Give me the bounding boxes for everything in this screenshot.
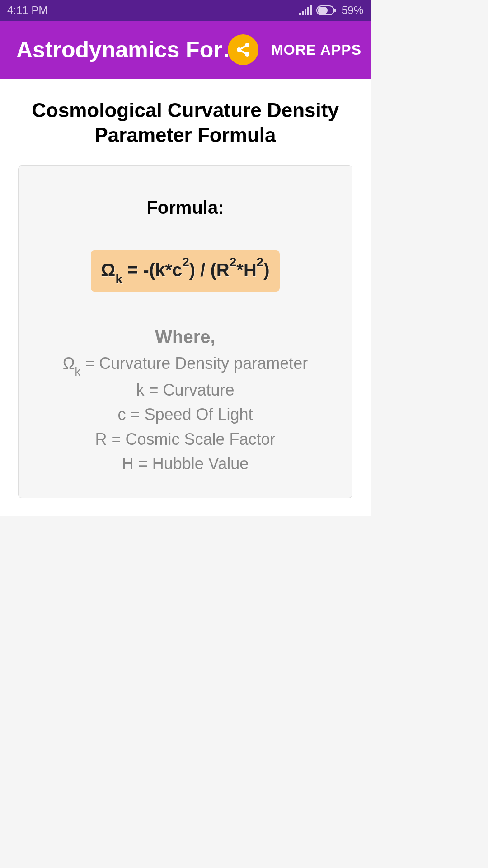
page-header: Cosmological Curvature Density Parameter… bbox=[0, 79, 371, 165]
def-H: H = Hubble Value bbox=[31, 453, 339, 475]
app-bar: Astrodynamics For… MORE APPS bbox=[0, 21, 371, 79]
formula-omega-sub: k bbox=[115, 272, 122, 286]
svg-line-11 bbox=[239, 45, 247, 50]
formula-expression: Ωk = -(k*c2) / (R2*H2) bbox=[91, 250, 279, 292]
share-button[interactable] bbox=[228, 34, 258, 65]
page-title: Cosmological Curvature Density Parameter… bbox=[18, 98, 352, 147]
def-c: c = Speed Of Light bbox=[31, 404, 339, 426]
svg-line-12 bbox=[239, 50, 247, 54]
formula-part2: ) / (R bbox=[189, 260, 230, 280]
formula-sup2: 2 bbox=[230, 255, 237, 269]
formula-card: Formula: Ωk = -(k*c2) / (R2*H2) Where, Ω… bbox=[18, 165, 352, 498]
status-right: 59% bbox=[299, 4, 363, 17]
more-apps-button[interactable]: MORE APPS bbox=[271, 42, 361, 58]
svg-rect-0 bbox=[299, 13, 301, 15]
def-omega-k: Ωk = Curvature Density parameter bbox=[31, 353, 339, 376]
svg-rect-3 bbox=[307, 7, 309, 15]
app-frame: 4:11 PM 59% Astrodyna bbox=[0, 0, 371, 658]
battery-icon bbox=[316, 5, 337, 15]
def-omega-sym: Ω bbox=[63, 354, 75, 373]
def-k: k = Curvature bbox=[31, 379, 339, 401]
formula-part4: ) bbox=[263, 260, 269, 280]
formula-omega: Ω bbox=[101, 260, 115, 280]
share-icon bbox=[235, 42, 251, 58]
svg-rect-7 bbox=[334, 9, 336, 12]
def-omega-sub: k bbox=[75, 365, 81, 378]
svg-rect-2 bbox=[305, 9, 306, 15]
formula-label: Formula: bbox=[31, 198, 339, 218]
formula-sup1: 2 bbox=[182, 255, 189, 269]
formula-part1: = -(k*c bbox=[122, 260, 182, 280]
svg-rect-6 bbox=[318, 7, 328, 14]
status-bar: 4:11 PM 59% bbox=[0, 0, 371, 21]
content-area: Cosmological Curvature Density Parameter… bbox=[0, 79, 371, 516]
app-title: Astrodynamics For… bbox=[16, 37, 228, 63]
status-time: 4:11 PM bbox=[7, 4, 47, 17]
def-R: R = Cosmic Scale Factor bbox=[31, 429, 339, 451]
signal-icon bbox=[299, 5, 312, 15]
formula-sup3: 2 bbox=[257, 255, 264, 269]
def-omega-rest: = Curvature Density parameter bbox=[80, 354, 308, 373]
where-block: Where, Ωk = Curvature Density parameter … bbox=[31, 327, 339, 475]
formula-part3: *H bbox=[236, 260, 256, 280]
svg-rect-4 bbox=[310, 5, 312, 15]
where-heading: Where, bbox=[31, 327, 339, 347]
svg-rect-1 bbox=[302, 11, 304, 15]
status-battery-pct: 59% bbox=[342, 4, 363, 17]
